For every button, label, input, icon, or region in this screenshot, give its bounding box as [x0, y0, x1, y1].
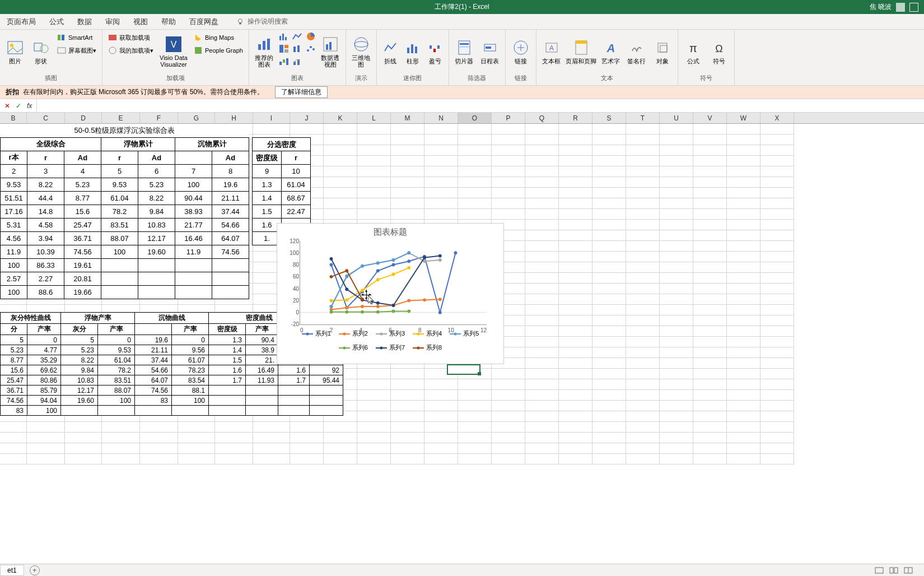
bingmaps-button[interactable]: Bing Maps	[192, 31, 245, 44]
header-footer-button[interactable]: 页眉和页脚	[566, 31, 597, 72]
tab-data[interactable]: 数据	[71, 14, 99, 29]
svg-rect-54	[576, 41, 587, 44]
line-chart-icon[interactable]	[292, 31, 303, 41]
symbol-button[interactable]: Ω符号	[707, 31, 731, 72]
svg-point-86	[330, 299, 333, 302]
document-title: 工作簿2(1) - Excel	[435, 2, 489, 12]
wordart-button[interactable]: A艺术字	[599, 31, 623, 72]
col-header-I[interactable]: I	[253, 113, 290, 123]
bing-icon	[194, 33, 203, 42]
recommended-charts-button[interactable]: 推荐的图表	[253, 31, 276, 72]
chart-object[interactable]: 图表标题 120100806040200-20 024681012 系列1系列2…	[277, 223, 504, 364]
svg-point-77	[438, 298, 442, 301]
tab-help[interactable]: 帮助	[155, 14, 183, 29]
col-header-E[interactable]: E	[102, 113, 140, 123]
col-header-N[interactable]: N	[424, 113, 458, 123]
stat-chart-icon[interactable]	[292, 44, 303, 54]
timeline-button[interactable]: 日程表	[478, 31, 502, 72]
user-avatar-icon[interactable]	[896, 3, 905, 12]
tab-pagelayout[interactable]: 页面布局	[0, 14, 43, 29]
svg-point-96	[392, 258, 395, 262]
col-header-J[interactable]: J	[290, 113, 324, 123]
cancel-icon[interactable]: ✕	[4, 102, 10, 110]
sparkline-winloss-button[interactable]: 盈亏	[425, 31, 445, 72]
tell-me-search[interactable]: 操作说明搜索	[236, 17, 288, 26]
combo-chart-icon[interactable]	[292, 56, 303, 66]
col-header-G[interactable]: G	[178, 113, 215, 123]
col-header-R[interactable]: R	[559, 113, 592, 123]
sparkline-line-icon	[381, 39, 399, 57]
sparkline-line-button[interactable]: 折线	[380, 31, 400, 72]
col-header-M[interactable]: M	[391, 113, 424, 123]
peoplegraph-button[interactable]: People Graph	[192, 44, 245, 57]
col-header-T[interactable]: T	[626, 113, 660, 123]
fx-icon[interactable]: fx	[27, 102, 32, 110]
group-symbol: π公式 Ω符号 符号	[678, 30, 735, 85]
notification-bar: 折扣 在有限时间内，购买正版 Microsoft 365 订阅最多可节省 50%…	[0, 86, 924, 99]
view-normal-icon[interactable]	[875, 567, 884, 574]
add-sheet-button[interactable]: +	[30, 565, 40, 575]
visio-button[interactable]: V Visio Data Visualizer	[158, 31, 189, 72]
pictures-button[interactable]: 图片	[3, 31, 27, 72]
slicer-icon	[455, 39, 473, 57]
group-text: A文本框 页眉和页脚 A艺术字 签名行 对象 文本	[536, 30, 678, 85]
link-button[interactable]: 链接	[509, 31, 533, 72]
view-pagelayout-icon[interactable]	[889, 567, 898, 574]
svg-point-85	[438, 258, 442, 262]
col-header-B[interactable]: B	[0, 113, 27, 123]
col-header-C[interactable]: C	[27, 113, 65, 123]
col-header-V[interactable]: V	[693, 113, 727, 123]
col-header-F[interactable]: F	[140, 113, 178, 123]
col-header-U[interactable]: U	[660, 113, 693, 123]
wordart-icon: A	[602, 39, 620, 57]
view-pagebreak-icon[interactable]	[904, 567, 913, 574]
col-header-O[interactable]: O	[458, 113, 492, 123]
get-addins-button[interactable]: 获取加载项	[106, 31, 156, 44]
pie-chart-icon[interactable]	[305, 31, 316, 41]
col-header-W[interactable]: W	[727, 113, 760, 123]
sheet-tab[interactable]: et1	[0, 565, 24, 576]
scatter-chart-icon[interactable]	[305, 44, 316, 54]
slicer-button[interactable]: 切片器	[452, 31, 476, 72]
sparkline-col-button[interactable]: 柱形	[403, 31, 423, 72]
tab-review[interactable]: 审阅	[99, 14, 127, 29]
hierarchy-chart-icon[interactable]	[278, 44, 290, 54]
col-header-S[interactable]: S	[592, 113, 626, 123]
my-addins-button[interactable]: 我的加载项 ▾	[106, 44, 156, 57]
confirm-icon[interactable]: ✓	[16, 102, 21, 110]
col-header-Q[interactable]: Q	[525, 113, 559, 123]
notification-button[interactable]: 了解详细信息	[275, 86, 328, 98]
col-header-X[interactable]: X	[760, 113, 794, 123]
col-header-K[interactable]: K	[324, 113, 357, 123]
svg-rect-17	[279, 36, 281, 40]
svg-rect-19	[285, 37, 287, 40]
svg-rect-47	[460, 46, 469, 48]
waterfall-chart-icon[interactable]	[278, 56, 290, 66]
pivot-chart-button[interactable]: 数据透视图	[319, 31, 342, 72]
tab-view[interactable]: 视图	[127, 14, 155, 29]
ribbon-mode-icon[interactable]	[909, 3, 918, 12]
svg-point-64	[376, 269, 380, 272]
col-header-D[interactable]: D	[65, 113, 102, 123]
move-cursor-icon	[361, 290, 371, 300]
group-charts: 推荐的图表 数据透视图	[249, 30, 346, 85]
smartart-button[interactable]: SmartArt	[55, 31, 99, 44]
map3d-button[interactable]: 三维地图	[349, 31, 373, 72]
col-header-H[interactable]: H	[215, 113, 253, 123]
tab-formula[interactable]: 公式	[43, 14, 71, 29]
equation-button[interactable]: π公式	[682, 31, 705, 72]
shapes-button[interactable]: 形状	[29, 31, 53, 72]
signature-button[interactable]: 签名行	[625, 31, 648, 72]
col-header-P[interactable]: P	[492, 113, 525, 123]
column-chart-icon[interactable]	[278, 31, 290, 41]
svg-marker-114	[365, 290, 367, 292]
col-header-L[interactable]: L	[357, 113, 391, 123]
svg-rect-40	[411, 44, 413, 53]
formula-input[interactable]	[36, 99, 924, 112]
people-graph-icon	[194, 46, 203, 55]
worksheet-grid[interactable]: BCDEFGHIJKLMNOPQRSTUVWX 50-0.5粒级原煤浮沉实验综合…	[0, 113, 924, 466]
screenshot-button[interactable]: 屏幕截图 ▾	[55, 44, 99, 57]
textbox-button[interactable]: A文本框	[540, 31, 563, 72]
tab-baidu[interactable]: 百度网盘	[183, 14, 225, 29]
object-button[interactable]: 对象	[651, 31, 674, 72]
